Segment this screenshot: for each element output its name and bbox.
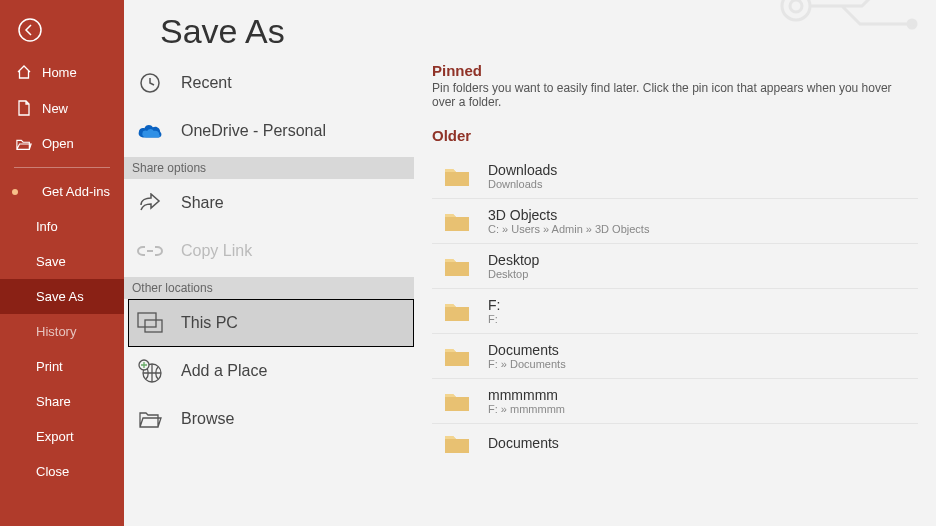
recent-icon (137, 70, 163, 96)
location-label: This PC (181, 314, 238, 332)
location-share[interactable]: Share (128, 179, 414, 227)
location-label: Browse (181, 410, 234, 428)
sidebar-label: New (42, 101, 68, 116)
folder-path: Downloads (488, 178, 557, 190)
sidebar-label: Info (36, 219, 58, 234)
sidebar-divider (14, 167, 110, 168)
sidebar-item-save-as[interactable]: Save As (0, 279, 124, 314)
onedrive-icon (137, 118, 163, 144)
folder-path: C: » Users » Admin » 3D Objects (488, 223, 649, 235)
location-onedrive[interactable]: OneDrive - Personal (128, 107, 414, 155)
backstage-sidebar: Home New Open Get Add-ins Info Save Save… (0, 0, 124, 526)
location-label: Add a Place (181, 362, 267, 380)
folder-name: 3D Objects (488, 207, 649, 223)
svg-point-7 (790, 0, 802, 12)
sidebar-item-close[interactable]: Close (0, 454, 124, 489)
back-arrow-icon (17, 17, 43, 43)
sidebar-label: Save As (36, 289, 84, 304)
folder-row[interactable]: F:F: (432, 289, 918, 334)
svg-point-6 (782, 0, 810, 20)
sidebar-item-new[interactable]: New (0, 90, 124, 126)
sidebar-item-get-add-ins[interactable]: Get Add-ins (0, 174, 124, 209)
folder-name: mmmmmm (488, 387, 565, 403)
folder-icon (444, 432, 470, 454)
location-label: Share (181, 194, 224, 212)
folder-icon (444, 210, 470, 232)
sidebar-item-share[interactable]: Share (0, 384, 124, 419)
pinned-hint: Pin folders you want to easily find late… (432, 81, 918, 109)
thispc-icon (137, 310, 163, 336)
folder-name: Downloads (488, 162, 557, 178)
locations-section-other: Other locations (124, 277, 414, 299)
folder-name: F: (488, 297, 500, 313)
sidebar-label: Close (36, 464, 69, 479)
folder-row[interactable]: 3D ObjectsC: » Users » Admin » 3D Object… (432, 199, 918, 244)
sidebar-label: Export (36, 429, 74, 444)
folder-row[interactable]: DesktopDesktop (432, 244, 918, 289)
sidebar-item-home[interactable]: Home (0, 54, 124, 90)
folder-row[interactable]: DownloadsDownloads (432, 154, 918, 199)
folder-name: Documents (488, 435, 559, 451)
location-label: OneDrive - Personal (181, 122, 326, 140)
sidebar-label: Home (42, 65, 77, 80)
folder-name: Documents (488, 342, 566, 358)
folder-row[interactable]: Documents (432, 424, 918, 462)
folder-path: F: » mmmmmm (488, 403, 565, 415)
sidebar-item-export[interactable]: Export (0, 419, 124, 454)
share-icon (137, 190, 163, 216)
sidebar-item-info[interactable]: Info (0, 209, 124, 244)
folder-name: Desktop (488, 252, 539, 268)
addplace-icon (137, 358, 163, 384)
locations-column: Save As Recent OneDrive - Personal Share… (124, 0, 414, 526)
new-icon (16, 100, 32, 116)
sidebar-item-open[interactable]: Open (0, 126, 124, 161)
sidebar-label: Get Add-ins (42, 184, 110, 199)
folder-icon (444, 390, 470, 412)
pinned-heading: Pinned (432, 62, 918, 79)
folder-row[interactable]: DocumentsF: » Documents (432, 334, 918, 379)
sidebar-label: Save (36, 254, 66, 269)
location-label: Recent (181, 74, 232, 92)
folder-icon (444, 255, 470, 277)
folder-icon (444, 345, 470, 367)
sidebar-label: Print (36, 359, 63, 374)
new-indicator-dot (12, 189, 18, 195)
locations-section-share: Share options (124, 157, 414, 179)
open-icon (16, 137, 32, 151)
location-this-pc[interactable]: This PC (128, 299, 414, 347)
page-title: Save As (124, 0, 414, 59)
location-browse[interactable]: Browse (128, 395, 414, 443)
svg-point-9 (908, 20, 916, 28)
older-heading: Older (432, 127, 918, 144)
sidebar-item-save[interactable]: Save (0, 244, 124, 279)
link-icon (137, 238, 163, 264)
sidebar-label: Open (42, 136, 74, 151)
folder-icon (444, 165, 470, 187)
folder-icon (444, 300, 470, 322)
location-copy-link: Copy Link (128, 227, 414, 275)
folder-path: F: (488, 313, 500, 325)
sidebar-item-print[interactable]: Print (0, 349, 124, 384)
sidebar-label: Share (36, 394, 71, 409)
folder-path: Desktop (488, 268, 539, 280)
content-pane: Pinned Pin folders you want to easily fi… (414, 0, 936, 526)
folder-row[interactable]: mmmmmmF: » mmmmmm (432, 379, 918, 424)
back-button[interactable] (10, 10, 50, 50)
location-recent[interactable]: Recent (128, 59, 414, 107)
decorative-circuit-icon (772, 0, 936, 44)
folder-path: F: » Documents (488, 358, 566, 370)
location-label: Copy Link (181, 242, 252, 260)
sidebar-item-history[interactable]: History (0, 314, 124, 349)
location-add-place[interactable]: Add a Place (128, 347, 414, 395)
sidebar-label: History (36, 324, 76, 339)
svg-point-0 (19, 19, 41, 41)
browse-icon (137, 406, 163, 432)
folder-list: DownloadsDownloads3D ObjectsC: » Users »… (432, 154, 918, 462)
home-icon (16, 64, 32, 80)
svg-rect-3 (145, 320, 162, 332)
